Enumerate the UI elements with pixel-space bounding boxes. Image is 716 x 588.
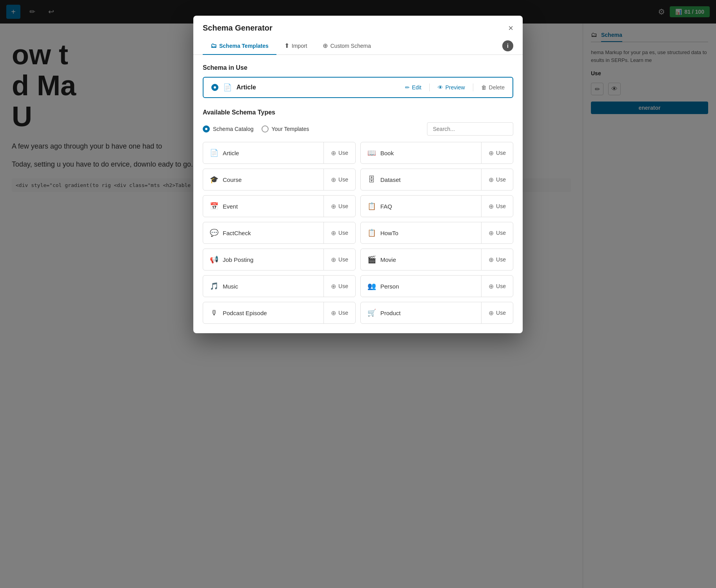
schema-use-button[interactable]: ⊕ Use — [324, 250, 355, 270]
modal-header: Schema Generator × — [193, 16, 523, 33]
plus-circle-icon: ⊕ — [489, 176, 494, 183]
article-card-name: Article — [236, 84, 400, 91]
schema-item-name: Event — [223, 203, 238, 210]
plus-circle-icon: ⊕ — [489, 203, 494, 210]
schema-item-icon: 🗄 — [367, 176, 376, 184]
radio-catalog-label: Schema Catalog — [213, 126, 254, 132]
radio-templates-indicator — [262, 125, 269, 132]
list-item: 💬 FactCheck ⊕ Use — [203, 222, 356, 244]
schema-use-button[interactable]: ⊕ Use — [324, 223, 355, 243]
schema-generator-modal: Schema Generator × 🗂 Schema Templates ⬆ … — [193, 16, 523, 333]
use-label: Use — [338, 310, 348, 316]
modal-title: Schema Generator — [203, 24, 273, 33]
plus-circle-icon: ⊕ — [331, 256, 336, 263]
list-item: 📢 Job Posting ⊕ Use — [203, 249, 356, 270]
delete-schema-icon: 🗑 — [481, 84, 487, 91]
plus-circle-icon: ⊕ — [331, 149, 336, 157]
custom-schema-tab-label: Custom Schema — [330, 43, 371, 49]
schema-use-button[interactable]: ⊕ Use — [324, 303, 355, 323]
plus-circle-icon: ⊕ — [331, 229, 336, 237]
list-item: 🛒 Product ⊕ Use — [360, 302, 513, 324]
available-types-header: Available Schema Types — [203, 109, 513, 116]
schema-use-button[interactable]: ⊕ Use — [482, 276, 513, 296]
schema-item-left: 📢 Job Posting — [203, 249, 323, 270]
plus-circle-icon: ⊕ — [331, 203, 336, 210]
schema-item-icon: 🛒 — [367, 309, 376, 317]
plus-circle-icon: ⊕ — [489, 229, 494, 237]
schema-item-name: Dataset — [380, 176, 401, 183]
use-label: Use — [338, 256, 348, 263]
preview-schema-label: Preview — [445, 84, 465, 91]
card-divider-2 — [473, 83, 473, 91]
radio-templates[interactable]: Your Templates — [262, 125, 309, 132]
use-label: Use — [496, 150, 506, 156]
available-types-title: Available Schema Types — [203, 109, 275, 116]
preview-schema-button[interactable]: 👁 Preview — [438, 84, 465, 91]
plus-circle-icon: ⊕ — [331, 176, 336, 183]
schema-item-name: Person — [380, 283, 399, 290]
schema-item-icon: 📢 — [209, 255, 219, 264]
tab-import[interactable]: ⬆ Import — [276, 37, 315, 55]
schema-use-button[interactable]: ⊕ Use — [482, 303, 513, 323]
modal-tabs: 🗂 Schema Templates ⬆ Import ⊕ Custom Sch… — [193, 37, 523, 55]
schema-use-button[interactable]: ⊕ Use — [482, 250, 513, 270]
schema-item-left: 🛒 Product — [361, 302, 481, 323]
schema-use-button[interactable]: ⊕ Use — [324, 170, 355, 190]
schema-use-button[interactable]: ⊕ Use — [482, 143, 513, 163]
schema-item-name: Job Posting — [223, 256, 253, 263]
schema-item-left: 📋 HowTo — [361, 222, 481, 243]
plus-circle-icon: ⊕ — [489, 149, 494, 157]
edit-schema-button[interactable]: ✏ Edit — [405, 84, 422, 91]
use-label: Use — [496, 230, 506, 236]
list-item: 📅 Event ⊕ Use — [203, 195, 356, 217]
schema-item-name: Movie — [380, 256, 396, 263]
radio-catalog[interactable]: Schema Catalog — [203, 125, 254, 132]
schema-templates-tab-icon: 🗂 — [211, 42, 217, 49]
schema-item-name: Book — [380, 150, 394, 156]
import-tab-label: Import — [292, 43, 307, 49]
info-button[interactable]: i — [502, 40, 513, 51]
custom-schema-tab-icon: ⊕ — [323, 42, 328, 49]
list-item: 📄 Article ⊕ Use — [203, 142, 356, 164]
schema-item-icon: 🎵 — [209, 282, 219, 290]
use-label: Use — [496, 310, 506, 316]
edit-schema-icon: ✏ — [405, 84, 410, 91]
use-label: Use — [338, 150, 348, 156]
schema-radio-selected — [211, 84, 218, 91]
list-item: 📖 Book ⊕ Use — [360, 142, 513, 164]
close-button[interactable]: × — [508, 24, 513, 33]
schema-use-button[interactable]: ⊕ Use — [482, 196, 513, 216]
plus-circle-icon: ⊕ — [331, 309, 336, 317]
schema-use-button[interactable]: ⊕ Use — [482, 223, 513, 243]
list-item: 🗄 Dataset ⊕ Use — [360, 169, 513, 191]
plus-circle-icon: ⊕ — [489, 283, 494, 290]
use-label: Use — [338, 203, 348, 209]
schema-item-left: 🎙 Podcast Episode — [203, 303, 323, 323]
modal-overlay: Schema Generator × 🗂 Schema Templates ⬆ … — [0, 0, 716, 588]
list-item: 👥 Person ⊕ Use — [360, 275, 513, 297]
schema-item-name: HowTo — [380, 230, 398, 236]
edit-schema-label: Edit — [412, 84, 422, 91]
schema-item-icon: 🎙 — [209, 309, 219, 317]
plus-circle-icon: ⊕ — [489, 309, 494, 317]
schema-item-left: 📄 Article — [203, 142, 323, 163]
schema-use-button[interactable]: ⊕ Use — [324, 276, 355, 296]
delete-schema-button[interactable]: 🗑 Delete — [481, 84, 505, 91]
list-item: 📋 HowTo ⊕ Use — [360, 222, 513, 244]
schema-use-button[interactable]: ⊕ Use — [324, 143, 355, 163]
radio-catalog-indicator — [203, 125, 210, 132]
tab-schema-templates[interactable]: 🗂 Schema Templates — [203, 38, 276, 55]
schema-item-icon: 📋 — [367, 229, 376, 237]
delete-schema-label: Delete — [489, 84, 505, 91]
schema-use-button[interactable]: ⊕ Use — [482, 170, 513, 190]
list-item: 🎓 Course ⊕ Use — [203, 169, 356, 191]
search-input[interactable] — [427, 122, 513, 136]
schema-item-left: 🎬 Movie — [361, 249, 481, 270]
schema-item-name: Music — [223, 283, 238, 290]
schema-item-icon: 📅 — [209, 202, 219, 211]
tab-custom-schema[interactable]: ⊕ Custom Schema — [315, 37, 378, 55]
card-divider-1 — [429, 83, 430, 91]
schema-in-use-card: 📄 Article ✏ Edit 👁 Preview 🗑 Delete — [203, 77, 513, 98]
schema-use-button[interactable]: ⊕ Use — [324, 196, 355, 216]
schema-item-icon: 📄 — [209, 149, 219, 157]
